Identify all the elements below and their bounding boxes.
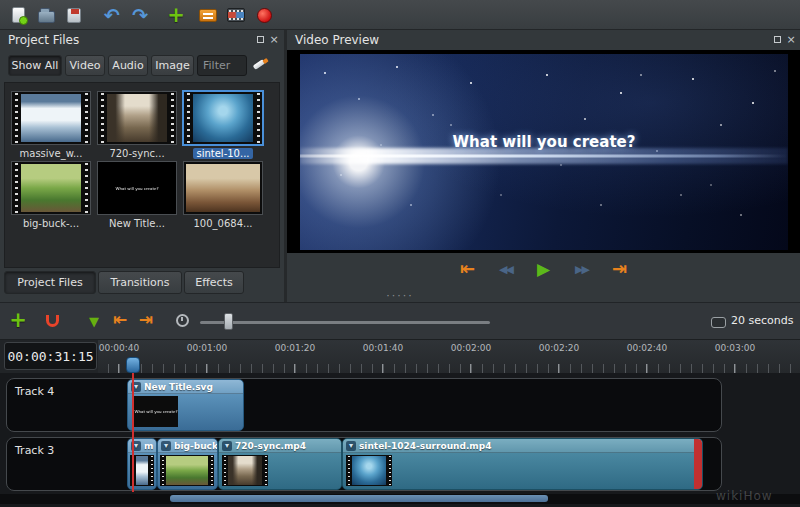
close-panel-button[interactable]: × [268,33,280,45]
file-item-photo[interactable]: 100_0684... [182,161,264,230]
save-project-button[interactable] [62,3,86,27]
file-thumbnail [183,161,263,215]
file-label: massive_w... [17,148,86,159]
track-4[interactable]: Track 4 [6,378,722,432]
file-label: 720-sync... [106,148,167,159]
magnet-icon [46,315,59,327]
clear-filter-button[interactable] [252,57,268,73]
clip-header: ▾ sintel-1024-surround.mp4 [343,439,702,453]
close-preview-button[interactable]: × [785,33,797,45]
undo-icon: ↶ [104,6,120,25]
redo-button[interactable]: ↷ [128,3,152,27]
previous-marker-icon: ⇤ [113,311,127,328]
save-icon [67,8,81,23]
project-files-title: Project Files [8,33,79,47]
fast-forward-button[interactable]: ▶▶ [571,258,593,280]
jump-end-button[interactable]: ⇥ [609,258,631,280]
ruler-label: 00:03:00 [715,343,755,353]
float-panel-button[interactable] [254,33,266,45]
jump-start-button[interactable]: ⇤ [457,258,479,280]
file-label: 100_0684... [190,218,255,229]
rewind-button[interactable]: ◀◀ [495,258,517,280]
clip-720-sync[interactable]: ▾ 720-sync.mp4 [218,438,342,490]
choose-profile-button[interactable] [196,3,220,27]
export-video-button[interactable] [252,3,276,27]
clip-new-title[interactable]: ▾ New Title.svg What will you create? [127,379,244,431]
file-item-720sync[interactable]: 720-sync... [96,91,178,160]
clip-header: ▾ big-buck- [158,439,217,453]
video-preview-header: Video Preview × [287,30,800,49]
title-preview: What will you create? [98,162,176,214]
playhead-line [132,371,134,492]
open-folder-icon [38,11,55,23]
project-files-header: Project Files × [0,30,283,49]
openshot-window: ↶ ↷ + Project Files × Show All Video Aud… [0,0,800,507]
clip-big-buck[interactable]: ▾ big-buck- [157,438,218,490]
new-project-icon [12,7,25,23]
thumbnail-image [186,164,260,212]
file-item-bigbuck[interactable]: big-buck-... [10,161,92,230]
filter-audio-button[interactable]: Audio [108,55,148,76]
clip-sintel[interactable]: ▾ sintel-1024-surround.mp4 [342,438,703,490]
chevron-down-icon[interactable]: ▾ [346,441,356,451]
file-item-new-title[interactable]: What will you create? New Title... [96,161,178,230]
time-scale-icon [711,317,726,328]
file-thumbnail: What will you create? [97,161,177,215]
new-project-button[interactable] [6,3,30,27]
close-icon: × [269,34,278,45]
open-project-button[interactable] [34,3,58,27]
float-icon [774,36,781,43]
tab-transitions[interactable]: Transitions [98,271,182,294]
marker-icon: ▼ [89,315,99,328]
undo-button[interactable]: ↶ [100,3,124,27]
playhead-handle[interactable] [126,357,140,373]
chevron-down-icon[interactable]: ▾ [222,441,232,451]
ruler-label: 00:01:40 [363,343,403,353]
zoom-slider[interactable] [200,321,490,324]
add-marker-button[interactable]: ▼ [82,309,106,333]
filter-image-button[interactable]: Image [151,55,194,76]
add-track-button[interactable]: + [6,308,30,332]
clip-label: New Title.svg [144,382,213,392]
timeline-ruler[interactable]: 00:00:40 00:01:00 00:01:20 00:01:40 00:0… [98,340,800,373]
previous-marker-button[interactable]: ⇤ [108,307,132,331]
track-label: Track 4 [15,385,54,398]
zoom-clock-icon [176,314,189,327]
filter-input[interactable] [197,55,247,76]
tab-project-files[interactable]: Project Files [4,271,96,294]
chevron-down-icon[interactable]: ▾ [161,441,171,451]
import-files-button[interactable]: + [164,3,188,27]
file-item-sintel[interactable]: sintel-10... [182,91,264,160]
thumbnail-image [193,94,253,142]
zoom-slider-handle[interactable] [224,313,233,330]
clip-thumbnail [160,455,214,486]
file-item-massive[interactable]: massive_w... [10,91,92,160]
filter-video-button[interactable]: Video [65,55,105,76]
clip-label: m [144,441,153,451]
file-thumbnail [11,161,91,215]
ruler-label: 00:02:20 [539,343,579,353]
play-icon: ▶ [537,261,550,278]
animated-title-button[interactable] [224,3,248,27]
playhead-timecode: 00:00:31:15 [4,342,97,370]
fast-forward-icon: ▶▶ [575,264,588,275]
play-button[interactable]: ▶ [533,258,555,280]
clip-title-preview-text: What will you create? [134,409,177,414]
splitter-handle[interactable]: ····· [386,289,413,302]
video-overlay-text: What will you create? [453,133,636,151]
next-marker-button[interactable]: ⇥ [134,307,158,331]
timeline-scrollbar-thumb[interactable] [170,495,548,502]
thumbnail-image [21,164,81,212]
main-toolbar: ↶ ↷ + [0,0,800,30]
ruler-label: 00:02:40 [627,343,667,353]
clip-trim-handle[interactable] [694,439,702,489]
snapping-toggle-button[interactable] [40,309,64,333]
redo-icon: ↷ [132,6,148,25]
title-preview-text: What will you create? [115,186,158,191]
float-preview-button[interactable] [771,33,783,45]
clip-label: big-buck- [174,441,217,451]
timeline-scrollbar[interactable] [0,494,800,504]
tab-effects[interactable]: Effects [184,271,244,294]
filter-show-all-button[interactable]: Show All [8,55,62,76]
file-thumbnail [97,91,177,145]
